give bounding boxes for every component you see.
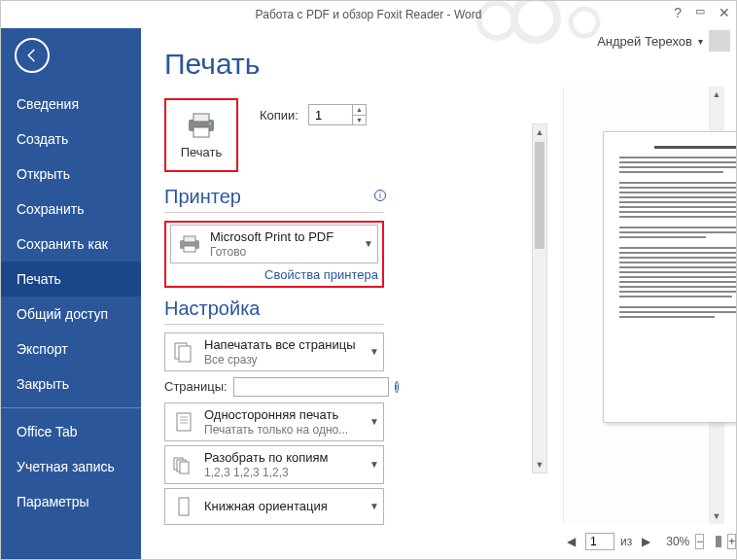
collate-dropdown[interactable]: Разобрать по копиям 1,2,3 1,2,3 1,2,3 ▼ bbox=[164, 445, 384, 484]
pages-label: Страницы: bbox=[164, 379, 228, 394]
sidebar-item-account[interactable]: Учетная запись bbox=[1, 449, 141, 484]
settings-section-title: Настройка bbox=[164, 298, 384, 320]
printer-section-title: Принтер bbox=[164, 186, 384, 208]
copies-spinner[interactable]: ▲ ▼ bbox=[308, 104, 367, 125]
sidebar-item-save[interactable]: Сохранить bbox=[1, 192, 141, 227]
sidebar-item-share[interactable]: Общий доступ bbox=[1, 297, 141, 332]
svg-rect-9 bbox=[184, 246, 195, 252]
settings-scrollbar[interactable]: ▲ ▼ bbox=[532, 123, 547, 473]
chevron-down-icon: ▼ bbox=[369, 416, 379, 427]
zoom-value: 30% bbox=[666, 535, 689, 548]
printer-status: Готово bbox=[210, 245, 356, 259]
sidebar-item-info[interactable]: Сведения bbox=[1, 87, 141, 122]
scroll-up[interactable]: ▲ bbox=[709, 87, 724, 102]
copies-up[interactable]: ▲ bbox=[353, 105, 366, 116]
sidebar-item-open[interactable]: Открыть bbox=[1, 157, 141, 192]
copies-input[interactable] bbox=[309, 105, 352, 124]
copies-label: Копии: bbox=[260, 108, 298, 122]
prev-page-button[interactable]: ◀ bbox=[563, 535, 579, 548]
sidebar-item-saveas[interactable]: Сохранить как bbox=[1, 227, 141, 262]
svg-rect-19 bbox=[179, 498, 189, 515]
sidebar-item-new[interactable]: Создать bbox=[1, 122, 141, 157]
preview-page[interactable] bbox=[603, 131, 737, 423]
preview-statusbar: ◀ из ▶ 30% − + ⧉ bbox=[563, 530, 724, 553]
restore-button[interactable]: ▭ bbox=[695, 5, 705, 20]
sidebar-item-export[interactable]: Экспорт bbox=[1, 332, 141, 367]
svg-rect-12 bbox=[177, 413, 191, 431]
scroll-thumb[interactable] bbox=[535, 142, 544, 249]
sidebar-item-officetab[interactable]: Office Tab bbox=[1, 414, 141, 449]
chevron-down-icon: ▼ bbox=[369, 501, 379, 511]
print-button[interactable]: Печать bbox=[164, 98, 238, 172]
print-preview: ▲ ▼ bbox=[563, 87, 724, 524]
print-what-dropdown[interactable]: Напечатать все страницы Все сразу ▼ bbox=[164, 332, 384, 371]
scroll-down[interactable]: ▼ bbox=[709, 508, 724, 524]
duplex-dropdown[interactable]: Односторонняя печать Печатать только на … bbox=[164, 402, 384, 441]
chevron-down-icon: ▼ bbox=[364, 238, 373, 249]
sidebar-item-print[interactable]: Печать bbox=[1, 262, 141, 297]
info-icon[interactable]: i bbox=[374, 190, 386, 201]
scroll-down[interactable]: ▼ bbox=[533, 457, 546, 472]
svg-rect-8 bbox=[184, 236, 195, 242]
pages-input[interactable] bbox=[233, 377, 389, 397]
help-button[interactable]: ? bbox=[674, 5, 682, 20]
printer-highlight: Microsoft Print to PDF Готово ▼ Свойства… bbox=[164, 221, 384, 288]
svg-rect-5 bbox=[193, 127, 209, 137]
close-window-button[interactable]: ✕ bbox=[719, 5, 730, 20]
scroll-up[interactable]: ▲ bbox=[533, 124, 546, 140]
page-sep: из bbox=[620, 535, 632, 548]
sidebar-item-close[interactable]: Закрыть bbox=[1, 367, 141, 402]
zoom-thumb[interactable] bbox=[716, 536, 721, 547]
backstage-sidebar: Сведения Создать Открыть Сохранить Сохра… bbox=[1, 28, 141, 559]
window-title: Работа с PDF и обзор Foxit Reader - Word bbox=[256, 8, 482, 21]
portrait-icon bbox=[171, 496, 196, 517]
nav-separator bbox=[1, 407, 141, 408]
next-page-button[interactable]: ▶ bbox=[638, 535, 654, 548]
chevron-down-icon: ▼ bbox=[369, 459, 379, 470]
zoom-out-button[interactable]: − bbox=[695, 534, 704, 549]
single-side-icon bbox=[171, 411, 196, 433]
printer-icon bbox=[185, 112, 218, 139]
print-button-label: Печать bbox=[181, 145, 223, 159]
back-button[interactable] bbox=[15, 38, 50, 73]
printer-properties-link[interactable]: Свойства принтера bbox=[170, 267, 378, 282]
orientation-dropdown[interactable]: Книжная ориентация ▼ bbox=[164, 488, 384, 525]
pages-icon bbox=[171, 341, 196, 363]
info-icon[interactable]: i bbox=[395, 381, 399, 393]
printer-dropdown[interactable]: Microsoft Print to PDF Готово ▼ bbox=[170, 225, 378, 263]
page-title: Печать bbox=[164, 48, 736, 81]
svg-point-6 bbox=[209, 122, 212, 124]
printer-name: Microsoft Print to PDF bbox=[210, 229, 356, 245]
current-page-input[interactable] bbox=[585, 533, 614, 550]
collate-icon bbox=[171, 454, 196, 475]
chevron-down-icon: ▼ bbox=[369, 346, 379, 357]
svg-rect-4 bbox=[193, 114, 209, 122]
zoom-in-button[interactable]: + bbox=[727, 534, 736, 549]
svg-rect-11 bbox=[179, 346, 191, 362]
copies-down[interactable]: ▼ bbox=[353, 116, 366, 125]
printer-small-icon bbox=[177, 233, 202, 255]
svg-rect-18 bbox=[180, 462, 189, 473]
sidebar-item-options[interactable]: Параметры bbox=[1, 484, 141, 519]
